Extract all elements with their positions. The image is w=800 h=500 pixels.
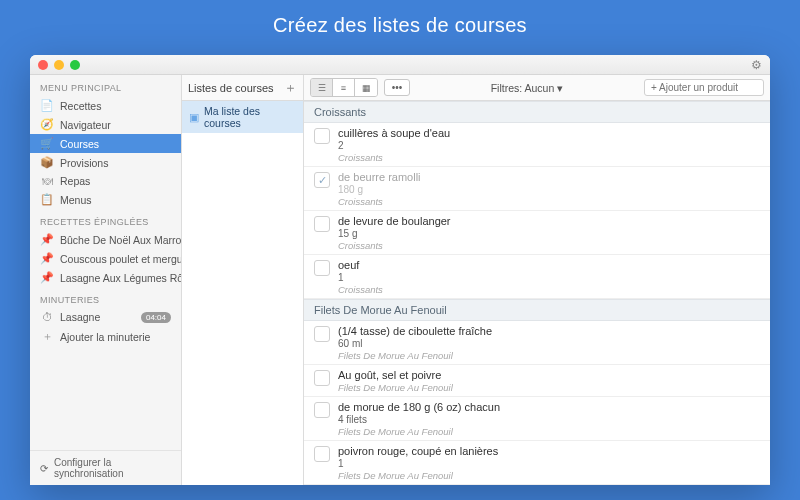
window-controls	[38, 60, 80, 70]
sidebar-pinned-item[interactable]: 📌Couscous poulet et merguez	[30, 249, 181, 268]
shopping-item[interactable]: de levure de boulanger15 gCroissants	[304, 211, 770, 255]
item-quantity: 15 g	[338, 228, 760, 240]
checkbox[interactable]	[314, 260, 330, 276]
item-title: de morue de 180 g (6 oz) chacun	[338, 401, 760, 414]
checkbox[interactable]	[314, 446, 330, 462]
pin-icon: 📌	[40, 233, 54, 246]
sidebar-item-label: Ajouter la minuterie	[60, 331, 150, 343]
timer-badge: 04:04	[141, 312, 171, 323]
sidebar-item-repas[interactable]: 🍽Repas	[30, 172, 181, 190]
sidebar-item-label: Lasagne Aux Légumes Rôtis	[60, 272, 181, 284]
sidebar-item-label: Courses	[60, 138, 99, 150]
checkbox[interactable]	[314, 326, 330, 342]
sidebar-item-provisions[interactable]: 📦Provisions	[30, 153, 181, 172]
lists-header-label: Listes de courses	[188, 82, 274, 94]
shopping-item[interactable]: poivron rouge, coupé en lanières1Filets …	[304, 441, 770, 485]
sidebar-item-label: Navigateur	[60, 119, 111, 131]
item-source: Filets De Morue Au Fenouil	[338, 382, 760, 393]
sidebar-section-pinned: RECETTES ÉPINGLÉES	[30, 209, 181, 230]
item-quantity: 1	[338, 458, 760, 470]
sidebar-timer-item[interactable]: ⏱Lasagne04:04	[30, 308, 181, 326]
sidebar-item-icon: 📄	[40, 99, 54, 112]
sync-config-button[interactable]: ⟳ Configurer la synchronisation	[30, 450, 181, 485]
view-compact-button[interactable]: ≡	[333, 79, 355, 96]
list-item[interactable]: ▣ Ma liste des courses	[182, 101, 303, 133]
sidebar-item-label: Bûche De Noël Aux Marrons	[60, 234, 181, 246]
shopping-item[interactable]: (1/4 tasse) de ciboulette fraîche60 mlFi…	[304, 321, 770, 365]
item-quantity: 60 ml	[338, 338, 760, 350]
view-grid-button[interactable]: ▦	[355, 79, 377, 96]
item-source: Croissants	[338, 240, 760, 251]
gear-icon[interactable]: ⚙	[751, 58, 762, 72]
filter-select[interactable]: Filtres: Aucun ▾	[491, 82, 564, 94]
sidebar-item-navigateur[interactable]: 🧭Navigateur	[30, 115, 181, 134]
checkbox[interactable]	[314, 216, 330, 232]
sidebar-section-main: MENU PRINCIPAL	[30, 75, 181, 96]
sidebar-item-menus[interactable]: 📋Menus	[30, 190, 181, 209]
item-source: Croissants	[338, 152, 760, 163]
item-quantity: 180 g	[338, 184, 760, 196]
sidebar-item-label: Repas	[60, 175, 90, 187]
shopping-item[interactable]: cuillères à soupe d'eau2Croissants	[304, 123, 770, 167]
timer-icon: ⏱	[40, 311, 54, 323]
chevron-down-icon: ▾	[557, 82, 563, 94]
view-segmented: ☰ ≡ ▦	[310, 78, 378, 97]
sidebar-item-icon: 🛒	[40, 137, 54, 150]
item-quantity: 1	[338, 272, 760, 284]
sidebar-item-label: Lasagne	[60, 311, 100, 323]
shopping-item[interactable]: ✓de beurre ramolli180 gCroissants	[304, 167, 770, 211]
lists-header: Listes de courses ＋	[182, 75, 303, 101]
list-item-label: Ma liste des courses	[204, 105, 296, 129]
minimize-icon[interactable]	[54, 60, 64, 70]
more-button[interactable]: •••	[384, 79, 410, 96]
item-source: Filets De Morue Au Fenouil	[338, 350, 760, 361]
sidebar-item-icon: 📋	[40, 193, 54, 206]
sync-icon: ⟳	[40, 463, 48, 474]
sidebar-item-label: Provisions	[60, 157, 108, 169]
shopping-item[interactable]: de morue de 180 g (6 oz) chacun4 filetsF…	[304, 397, 770, 441]
sidebar-timer-item[interactable]: ＋Ajouter la minuterie	[30, 326, 181, 347]
item-title: oeuf	[338, 259, 760, 272]
group-header: Croissants	[304, 101, 770, 123]
app-window: ⚙ MENU PRINCIPAL 📄Recettes🧭Navigateur🛒Co…	[30, 55, 770, 485]
view-list-button[interactable]: ☰	[311, 79, 333, 96]
sidebar-item-icon: 🧭	[40, 118, 54, 131]
sidebar-item-courses[interactable]: 🛒Courses	[30, 134, 181, 153]
item-source: Croissants	[338, 196, 760, 207]
items-scroll[interactable]: Croissantscuillères à soupe d'eau2Croiss…	[304, 101, 770, 485]
sidebar-item-recettes[interactable]: 📄Recettes	[30, 96, 181, 115]
main-pane: ☰ ≡ ▦ ••• Filtres: Aucun ▾ Croissantscui…	[304, 75, 770, 485]
close-icon[interactable]	[38, 60, 48, 70]
sidebar-item-label: Recettes	[60, 100, 101, 112]
pin-icon: 📌	[40, 271, 54, 284]
item-title: (1/4 tasse) de ciboulette fraîche	[338, 325, 760, 338]
sidebar-item-label: Couscous poulet et merguez	[60, 253, 181, 265]
checkbox[interactable]	[314, 402, 330, 418]
item-source: Filets De Morue Au Fenouil	[338, 426, 760, 437]
sidebar: MENU PRINCIPAL 📄Recettes🧭Navigateur🛒Cour…	[30, 75, 182, 485]
sidebar-item-label: Menus	[60, 194, 92, 206]
checkbox[interactable]	[314, 128, 330, 144]
shopping-item[interactable]: oeuf1Croissants	[304, 255, 770, 299]
sidebar-item-icon: 📦	[40, 156, 54, 169]
shopping-item[interactable]: Au goût, sel et poivreFilets De Morue Au…	[304, 365, 770, 397]
hero-title: Créez des listes de courses	[273, 14, 527, 37]
add-list-button[interactable]: ＋	[284, 79, 297, 97]
filter-label: Filtres: Aucun	[491, 82, 555, 94]
add-product-input[interactable]	[644, 79, 764, 96]
item-title: Au goût, sel et poivre	[338, 369, 760, 382]
folder-icon: ▣	[189, 111, 199, 124]
sync-label: Configurer la synchronisation	[54, 457, 171, 479]
toolbar: ☰ ≡ ▦ ••• Filtres: Aucun ▾	[304, 75, 770, 101]
item-title: cuillères à soupe d'eau	[338, 127, 760, 140]
sidebar-pinned-item[interactable]: 📌Bûche De Noël Aux Marrons	[30, 230, 181, 249]
checkbox[interactable]: ✓	[314, 172, 330, 188]
group-header: Filets De Morue Au Fenouil	[304, 299, 770, 321]
sidebar-pinned-item[interactable]: 📌Lasagne Aux Légumes Rôtis	[30, 268, 181, 287]
sidebar-section-timers: MINUTERIES	[30, 287, 181, 308]
checkbox[interactable]	[314, 370, 330, 386]
maximize-icon[interactable]	[70, 60, 80, 70]
timer-icon: ＋	[40, 329, 54, 344]
item-title: de levure de boulanger	[338, 215, 760, 228]
item-quantity: 4 filets	[338, 414, 760, 426]
